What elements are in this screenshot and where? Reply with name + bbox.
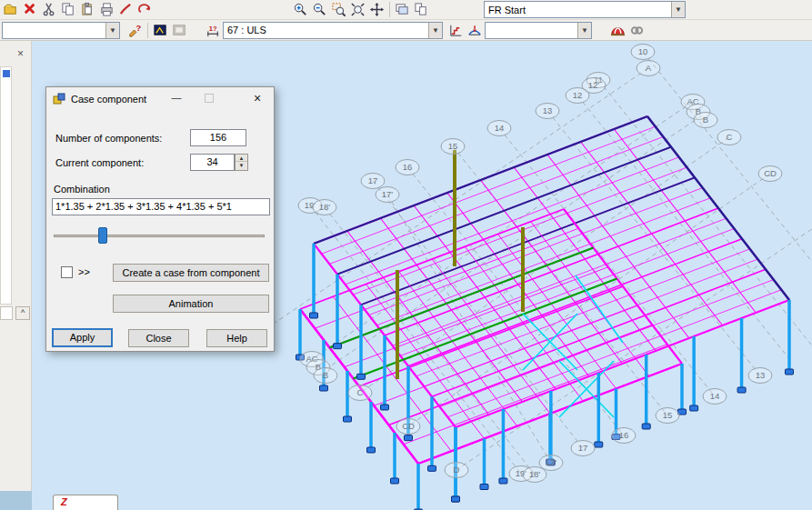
footing bbox=[334, 344, 342, 349]
inspector-list-strip[interactable] bbox=[0, 66, 12, 305]
close-button[interactable]: × bbox=[243, 87, 272, 110]
inspector-node-icon bbox=[3, 70, 10, 77]
orbit-icon[interactable] bbox=[135, 1, 155, 18]
current-component-label: Current component: bbox=[55, 157, 144, 168]
axis-bubble: D bbox=[445, 463, 468, 478]
dialog-titlebar[interactable]: Case component — × bbox=[46, 87, 274, 111]
phase-combo[interactable]: FR Start ▼ bbox=[484, 1, 686, 18]
axis-bubble: 18' bbox=[523, 467, 546, 483]
section-shape-icon[interactable] bbox=[627, 22, 647, 39]
svg-text:17: 17 bbox=[368, 175, 378, 185]
stepper-down-icon[interactable]: ▼ bbox=[236, 162, 247, 169]
svg-text:D: D bbox=[454, 465, 460, 475]
footing bbox=[357, 374, 366, 379]
whats-this-icon[interactable]: ? bbox=[125, 22, 145, 39]
animation-button[interactable]: Animation bbox=[113, 295, 269, 313]
pan-icon[interactable] bbox=[367, 1, 386, 18]
footing bbox=[642, 424, 650, 429]
result-combo[interactable]: ▼ bbox=[485, 22, 592, 39]
beam-member bbox=[481, 180, 623, 364]
number-of-components-field[interactable]: 156 bbox=[190, 129, 246, 146]
dimension-icon[interactable]: 1? bbox=[204, 22, 223, 39]
help-button[interactable]: Help bbox=[206, 329, 267, 347]
combination-field[interactable]: 1*1.35 + 2*1.35 + 3*1.35 + 4*1.35 + 5*1 bbox=[52, 198, 270, 215]
chevron-down-icon[interactable]: ▼ bbox=[671, 2, 685, 17]
open-icon[interactable] bbox=[2, 1, 21, 18]
component-slider-track[interactable] bbox=[54, 235, 265, 237]
view-tab-z[interactable]: Z bbox=[53, 495, 118, 510]
beam-member bbox=[380, 218, 522, 402]
create-case-button[interactable]: Create a case from component bbox=[113, 264, 269, 282]
svg-text:17: 17 bbox=[578, 443, 588, 453]
left-inspector-panel: × ^ bbox=[0, 41, 32, 510]
axis-bubble: 14 bbox=[703, 389, 727, 405]
zoom-extents-icon[interactable] bbox=[348, 1, 367, 18]
footing bbox=[690, 405, 698, 411]
svg-text:17': 17' bbox=[546, 457, 557, 467]
stress-map-icon[interactable] bbox=[608, 22, 627, 39]
paste-icon[interactable] bbox=[78, 1, 97, 18]
footing bbox=[310, 313, 318, 318]
print-icon[interactable] bbox=[97, 1, 116, 18]
chevron-down-icon[interactable]: ▼ bbox=[577, 23, 591, 38]
axis-bubble: CD bbox=[758, 166, 782, 182]
copy-icon[interactable] bbox=[59, 1, 78, 18]
toolbar-display-group bbox=[151, 22, 189, 39]
toolbar-view-group bbox=[393, 1, 431, 18]
toolbar-separator bbox=[389, 2, 390, 17]
component-slider-thumb[interactable] bbox=[98, 227, 107, 244]
close-dialog-button[interactable]: Close bbox=[128, 329, 189, 347]
scroll-up-button[interactable]: ^ bbox=[15, 306, 30, 320]
format-brush-icon[interactable] bbox=[116, 1, 135, 18]
toolbar-separator bbox=[147, 23, 148, 38]
toolbar-help-group: ? bbox=[125, 22, 145, 39]
svg-text:13: 13 bbox=[543, 105, 553, 115]
footing bbox=[480, 485, 488, 490]
svg-text:C: C bbox=[727, 132, 733, 142]
svg-text:13: 13 bbox=[756, 370, 766, 380]
minimize-button[interactable]: — bbox=[163, 87, 190, 110]
chevron-down-icon[interactable]: ▼ bbox=[428, 23, 442, 38]
zoom-in-icon[interactable] bbox=[291, 1, 310, 18]
pages-icon[interactable] bbox=[412, 1, 431, 18]
layers-icon[interactable] bbox=[393, 1, 412, 18]
inspector-mini-box[interactable] bbox=[0, 306, 13, 320]
close-icon[interactable]: × bbox=[14, 48, 27, 61]
apply-button[interactable]: Apply bbox=[52, 328, 113, 347]
current-component-field[interactable]: 34 bbox=[190, 154, 235, 171]
chevron-down-icon[interactable]: ▼ bbox=[105, 23, 119, 38]
delete-icon[interactable] bbox=[21, 1, 40, 18]
zoom-out-icon[interactable] bbox=[310, 1, 329, 18]
axis-bubble: 17' bbox=[376, 187, 399, 203]
expand-checkbox[interactable] bbox=[61, 266, 73, 278]
combination-label: Combination bbox=[54, 184, 110, 195]
axis-bubble: 13 bbox=[748, 368, 772, 384]
footing bbox=[405, 435, 413, 441]
zoom-window-icon[interactable] bbox=[329, 1, 348, 18]
display-params-icon[interactable] bbox=[151, 22, 170, 39]
svg-text:16: 16 bbox=[403, 162, 413, 172]
load-case-combo[interactable]: 67 : ULS ▼ bbox=[223, 22, 443, 39]
toolbar-zoom-group bbox=[291, 1, 386, 18]
beam-member bbox=[547, 155, 689, 338]
footing bbox=[320, 385, 328, 391]
deformation-icon[interactable] bbox=[466, 22, 485, 39]
axis-bubble: C bbox=[348, 385, 372, 401]
load-diagram-icon[interactable] bbox=[446, 22, 466, 39]
screen-capture-icon[interactable] bbox=[170, 22, 189, 39]
svg-text:16: 16 bbox=[619, 430, 629, 440]
beam-member bbox=[581, 142, 723, 325]
svg-text:18': 18' bbox=[319, 202, 331, 212]
beam-member bbox=[399, 272, 517, 426]
stepper-up-icon[interactable]: ▲ bbox=[236, 155, 247, 162]
current-component-stepper[interactable]: ▲ ▼ bbox=[235, 154, 248, 171]
axis-bubble: C bbox=[717, 130, 741, 145]
maximize-button[interactable] bbox=[205, 94, 214, 103]
footing bbox=[452, 496, 460, 502]
cut-icon[interactable] bbox=[40, 1, 59, 18]
svg-text:10: 10 bbox=[638, 46, 648, 56]
panel-bottom-corner bbox=[0, 491, 32, 510]
toolbar-standard: FR Start ▼ bbox=[0, 0, 812, 20]
beam-member bbox=[564, 209, 682, 364]
object-combo[interactable]: ▼ bbox=[2, 22, 120, 39]
